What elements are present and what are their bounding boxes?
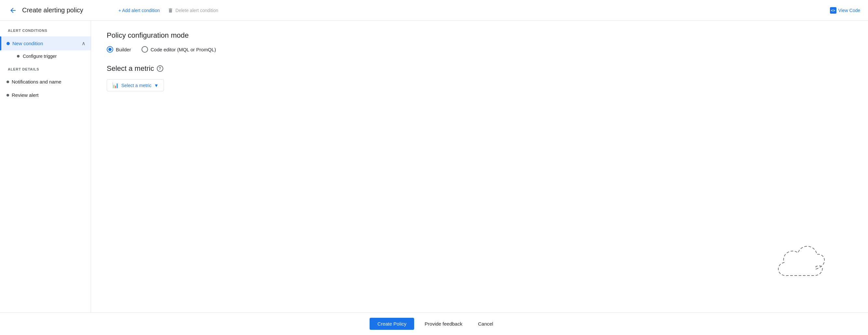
provide-feedback-button[interactable]: Provide feedback (420, 318, 467, 330)
review-alert-label: Review alert (12, 92, 86, 98)
builder-label: Builder (116, 47, 131, 52)
back-button[interactable] (8, 5, 18, 15)
radio-code-editor-circle (142, 46, 148, 53)
sidebar-item-review-alert[interactable]: Review alert (0, 89, 91, 102)
header-center: + Add alert condition Delete alert condi… (118, 7, 830, 13)
delete-condition-button[interactable]: Delete alert condition (167, 7, 218, 13)
sidebar: ALERT CONDITIONS New condition ∧ Configu… (0, 21, 91, 312)
page-title: Create alerting policy (22, 6, 83, 14)
add-condition-label: + Add alert condition (118, 8, 160, 13)
notifications-label: Notifications and name (12, 79, 86, 85)
view-code-button[interactable]: <> View Code (830, 7, 860, 14)
sidebar-item-new-condition[interactable]: New condition ∧ (0, 36, 91, 51)
alert-conditions-section: ALERT CONDITIONS (0, 29, 91, 36)
main-content: ALERT CONDITIONS New condition ∧ Configu… (0, 21, 868, 312)
radio-code-editor[interactable]: Code editor (MQL or PromQL) (142, 46, 216, 53)
alert-details-section: ALERT DETAILS (0, 67, 91, 75)
sidebar-item-configure-trigger[interactable]: Configure trigger (0, 51, 91, 62)
sidebar-item-notifications[interactable]: Notifications and name (0, 75, 91, 89)
code-editor-label: Code editor (MQL or PromQL) (151, 47, 216, 52)
header-left: Create alerting policy (8, 5, 118, 15)
select-metric-button[interactable]: 📊 Select a metric ▼ (107, 79, 164, 91)
radio-builder[interactable]: Builder (107, 46, 131, 53)
provide-feedback-label: Provide feedback (425, 321, 462, 327)
footer: Create Policy Provide feedback Cancel (0, 312, 868, 335)
radio-builder-circle (107, 46, 113, 53)
add-condition-button[interactable]: + Add alert condition (118, 8, 160, 13)
cancel-button[interactable]: Cancel (473, 318, 498, 330)
app-header: Create alerting policy + Add alert condi… (0, 0, 868, 21)
configure-trigger-label: Configure trigger (23, 54, 57, 59)
view-code-label: View Code (838, 8, 860, 13)
sub-dot (17, 55, 20, 58)
select-metric-title: Select a metric ? (107, 64, 852, 73)
help-icon[interactable]: ? (157, 65, 163, 72)
dropdown-arrow-icon: ▼ (154, 83, 159, 88)
header-right: <> View Code (830, 7, 860, 14)
cloud-illustration (764, 237, 829, 280)
new-condition-label: New condition (12, 41, 79, 46)
active-dot (6, 42, 10, 45)
config-mode-title: Policy configuration mode (107, 31, 852, 40)
dot-notifications (6, 80, 9, 83)
create-policy-button[interactable]: Create Policy (370, 318, 414, 330)
main-panel-wrapper: Policy configuration mode Builder Code e… (91, 21, 868, 312)
select-metric-btn-label: Select a metric (121, 83, 152, 88)
radio-group: Builder Code editor (MQL or PromQL) (107, 46, 852, 53)
delete-condition-label: Delete alert condition (175, 8, 218, 13)
metric-chart-icon: 📊 (112, 82, 119, 89)
view-code-icon: <> (830, 7, 836, 14)
main-panel: Policy configuration mode Builder Code e… (91, 21, 868, 312)
chevron-up-icon: ∧ (82, 40, 86, 46)
cancel-label: Cancel (478, 321, 493, 327)
create-policy-label: Create Policy (377, 321, 406, 327)
dot-review (6, 94, 9, 97)
